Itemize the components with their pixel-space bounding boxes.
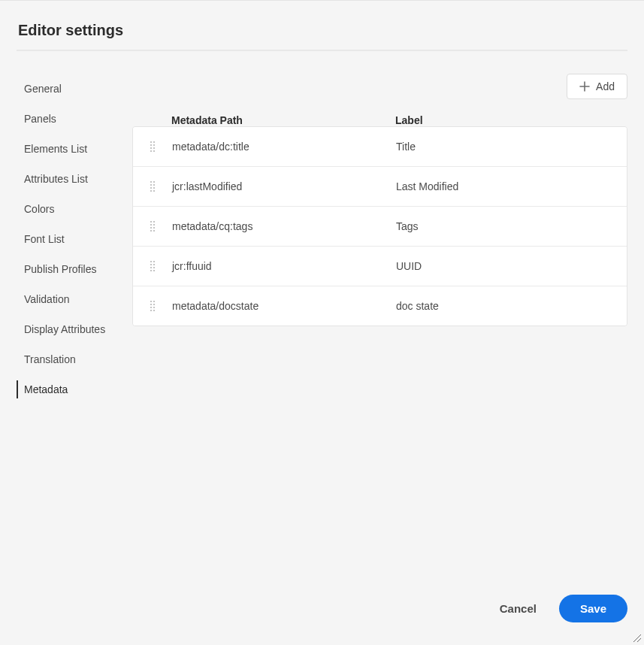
svg-point-14 — [150, 190, 152, 192]
plus-icon — [579, 81, 590, 92]
sidebar-item-metadata[interactable]: Metadata — [17, 374, 132, 404]
svg-point-26 — [150, 264, 152, 265]
svg-point-10 — [150, 184, 152, 186]
table-header: Metadata Path Label — [132, 114, 627, 126]
add-button-label: Add — [596, 80, 615, 92]
svg-line-41 — [637, 638, 641, 642]
svg-point-11 — [153, 184, 155, 186]
add-button[interactable]: Add — [567, 74, 627, 99]
sidebar-item-display-attributes[interactable]: Display Attributes — [17, 314, 132, 344]
svg-point-2 — [150, 144, 152, 146]
svg-point-12 — [150, 187, 152, 189]
sidebar-item-panels[interactable]: Panels — [17, 104, 132, 134]
svg-point-9 — [153, 181, 155, 183]
svg-point-1 — [153, 141, 155, 143]
metadata-path-cell: jcr:ffuuid — [172, 260, 396, 272]
sidebar-item-general[interactable]: General — [17, 74, 132, 104]
table-row[interactable]: jcr:lastModified Last Modified — [133, 167, 627, 207]
metadata-label-cell: UUID — [396, 260, 627, 272]
svg-point-13 — [153, 187, 155, 189]
footer: Cancel Save — [500, 595, 627, 622]
svg-point-20 — [150, 227, 152, 229]
svg-point-16 — [150, 221, 152, 223]
metadata-table: metadata/dc:title Title jcr:lastModified… — [132, 126, 627, 326]
sidebar-item-validation[interactable]: Validation — [17, 284, 132, 314]
metadata-path-cell: jcr:lastModified — [172, 180, 396, 192]
main-panel: Add Metadata Path Label metadata/dc:titl… — [132, 74, 644, 404]
sidebar-item-colors[interactable]: Colors — [17, 194, 132, 224]
svg-point-15 — [153, 190, 155, 192]
save-button[interactable]: Save — [559, 595, 627, 622]
svg-point-38 — [150, 310, 152, 311]
svg-point-18 — [150, 224, 152, 226]
svg-point-17 — [153, 221, 155, 223]
svg-point-36 — [150, 307, 152, 308]
metadata-path-cell: metadata/cq:tags — [172, 220, 396, 232]
svg-point-24 — [150, 261, 152, 262]
sidebar-item-translation[interactable]: Translation — [17, 344, 132, 374]
svg-point-7 — [153, 150, 155, 152]
svg-point-0 — [150, 141, 152, 143]
svg-point-29 — [153, 267, 155, 268]
drag-handle-icon[interactable] — [150, 220, 156, 232]
svg-point-27 — [153, 264, 155, 265]
resize-handle-icon[interactable] — [631, 632, 642, 643]
sidebar-item-elements-list[interactable]: Elements List — [17, 134, 132, 164]
sidebar-item-publish-profiles[interactable]: Publish Profiles — [17, 254, 132, 284]
svg-point-25 — [153, 261, 155, 262]
svg-point-23 — [153, 230, 155, 232]
svg-point-28 — [150, 267, 152, 268]
table-row[interactable]: metadata/dc:title Title — [133, 127, 627, 167]
svg-point-39 — [153, 310, 155, 311]
svg-point-19 — [153, 224, 155, 226]
table-row[interactable]: jcr:ffuuid UUID — [133, 247, 627, 286]
svg-point-6 — [150, 150, 152, 152]
svg-point-4 — [150, 147, 152, 149]
svg-line-40 — [633, 634, 641, 642]
drag-handle-icon[interactable] — [150, 141, 156, 153]
svg-point-35 — [153, 304, 155, 305]
column-header-path: Metadata Path — [171, 114, 395, 126]
column-header-label: Label — [395, 114, 627, 126]
svg-point-33 — [153, 301, 155, 302]
cancel-button[interactable]: Cancel — [500, 602, 537, 615]
metadata-path-cell: metadata/dc:title — [172, 141, 396, 153]
svg-point-34 — [150, 304, 152, 305]
svg-point-21 — [153, 227, 155, 229]
svg-point-8 — [150, 181, 152, 183]
metadata-label-cell: Last Modified — [396, 180, 627, 192]
sidebar-item-attributes-list[interactable]: Attributes List — [17, 164, 132, 194]
svg-point-3 — [153, 144, 155, 146]
table-row[interactable]: metadata/cq:tags Tags — [133, 207, 627, 247]
svg-point-30 — [150, 270, 152, 271]
drag-handle-icon[interactable] — [150, 300, 156, 312]
sidebar: General Panels Elements List Attributes … — [0, 74, 132, 404]
drag-handle-icon[interactable] — [150, 260, 156, 272]
page-title: Editor settings — [0, 1, 644, 50]
svg-point-32 — [150, 301, 152, 302]
svg-point-22 — [150, 230, 152, 232]
metadata-path-cell: metadata/docstate — [172, 300, 396, 312]
svg-point-31 — [153, 270, 155, 271]
metadata-label-cell: Tags — [396, 220, 627, 232]
drag-handle-icon[interactable] — [150, 180, 156, 192]
metadata-label-cell: doc state — [396, 300, 627, 312]
svg-point-37 — [153, 307, 155, 308]
svg-point-5 — [153, 147, 155, 149]
table-row[interactable]: metadata/docstate doc state — [133, 286, 627, 326]
sidebar-item-font-list[interactable]: Font List — [17, 224, 132, 254]
metadata-label-cell: Title — [396, 141, 627, 153]
